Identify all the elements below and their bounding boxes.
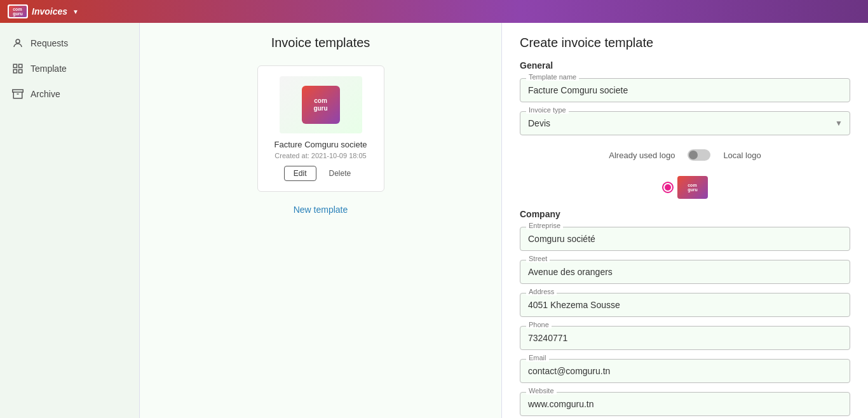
entreprise-input[interactable]: [520, 227, 850, 251]
template-thumbnail: comguru: [280, 76, 362, 133]
thumb-logo-text: comguru: [313, 97, 327, 112]
template-card-actions: Edit Delete: [284, 166, 357, 181]
template-card: comguru Facture Comguru societe Created …: [257, 65, 384, 192]
address-input[interactable]: [520, 293, 850, 317]
phone-field: Phone: [520, 326, 850, 350]
radio-inner: [665, 184, 671, 191]
edit-button[interactable]: Edit: [284, 166, 316, 181]
template-name-input[interactable]: [520, 78, 850, 102]
toggle-knob: [689, 151, 698, 159]
person-icon: [11, 37, 24, 50]
address-label: Address: [526, 288, 557, 295]
logo-text: comguru: [13, 7, 23, 16]
svg-rect-5: [13, 90, 24, 92]
sidebar-item-archive[interactable]: Archive: [0, 81, 139, 107]
archive-icon: [11, 88, 24, 100]
svg-rect-4: [19, 70, 22, 73]
invoice-type-select[interactable]: Devis Facture Avoir: [520, 111, 850, 135]
invoice-type-wrapper: Devis Facture Avoir ▼: [520, 111, 850, 135]
entreprise-label: Entreprise: [526, 222, 563, 229]
svg-rect-2: [19, 64, 22, 67]
email-label: Email: [526, 354, 549, 361]
street-input[interactable]: [520, 260, 850, 284]
dropdown-icon[interactable]: ▼: [72, 8, 79, 15]
logo-option-selected[interactable]: comguru: [662, 176, 708, 199]
phone-input[interactable]: [520, 326, 850, 350]
logo-thumb-text: comguru: [688, 183, 698, 192]
logo-thumbnail-option: comguru: [677, 176, 708, 199]
logo-container: comguru Invoices ▼: [8, 4, 79, 18]
logo-toggle[interactable]: [688, 149, 710, 161]
delete-button[interactable]: Delete: [323, 166, 358, 181]
sidebar-item-template-label: Template: [31, 64, 67, 74]
website-label: Website: [526, 387, 557, 394]
template-name-field: Template name: [520, 78, 850, 102]
left-panel: Invoice templates comguru Facture Comgur…: [140, 23, 502, 418]
address-field: Address: [520, 293, 850, 317]
invoice-templates-title: Invoice templates: [153, 36, 489, 50]
svg-rect-1: [13, 64, 17, 67]
phone-label: Phone: [526, 321, 552, 328]
main-content: Invoice templates comguru Facture Comgur…: [140, 23, 868, 418]
company-section-label: Company: [520, 209, 850, 219]
radio-circle: [662, 182, 674, 193]
sidebar: Requests Template Archive: [0, 23, 140, 418]
sidebar-item-requests-label: Requests: [31, 38, 68, 48]
email-input[interactable]: [520, 359, 850, 383]
svg-rect-3: [13, 70, 17, 73]
thumb-logo: comguru: [302, 86, 340, 124]
right-panel: Create invoice template General Template…: [502, 23, 868, 418]
app-name: Invoices: [32, 6, 67, 17]
sidebar-item-archive-label: Archive: [31, 89, 60, 99]
logo-inner: comguru: [9, 6, 27, 17]
logo-toggle-section: Already used logo Local logo: [520, 144, 850, 166]
street-field: Street: [520, 260, 850, 284]
general-section-label: General: [520, 60, 850, 71]
logo-box: comguru: [8, 4, 28, 18]
svg-point-0: [16, 39, 20, 43]
local-logo-label: Local logo: [723, 151, 761, 160]
website-field: Website: [520, 392, 850, 416]
sidebar-item-template[interactable]: Template: [0, 56, 139, 81]
top-navbar: comguru Invoices ▼: [0, 0, 868, 23]
new-template-link[interactable]: New template: [153, 205, 489, 215]
street-label: Street: [526, 255, 550, 262]
sidebar-item-requests[interactable]: Requests: [0, 30, 139, 56]
invoice-type-field: Invoice type Devis Facture Avoir ▼: [520, 111, 850, 135]
template-card-name: Facture Comguru societe: [275, 140, 367, 149]
logo-radio-group: comguru: [520, 176, 850, 199]
template-card-date: Created at: 2021-10-09 18:05: [275, 152, 366, 159]
grid-icon: [11, 62, 24, 75]
already-used-logo-label: Already used logo: [609, 151, 675, 160]
website-input[interactable]: [520, 392, 850, 416]
email-field: Email: [520, 359, 850, 383]
template-name-label: Template name: [526, 73, 579, 81]
invoice-type-label: Invoice type: [526, 106, 569, 114]
entreprise-field: Entreprise: [520, 227, 850, 251]
create-template-title: Create invoice template: [520, 36, 850, 50]
